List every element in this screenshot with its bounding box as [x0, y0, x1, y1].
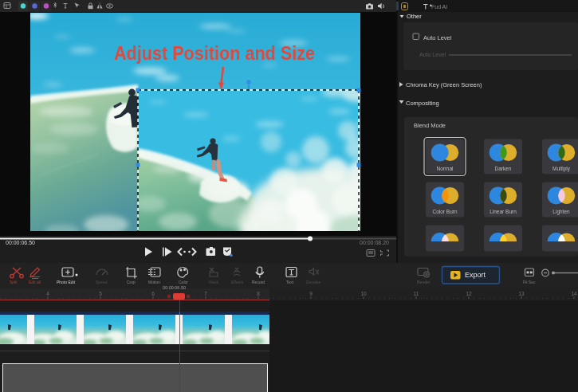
- svg-text:5: 5: [99, 291, 102, 296]
- svg-text:9: 9: [309, 291, 313, 296]
- svg-text:Multiply: Multiply: [552, 166, 571, 172]
- svg-text:4: 4: [46, 291, 49, 296]
- svg-text:Linear Burn: Linear Burn: [490, 209, 517, 214]
- svg-text:11: 11: [414, 291, 419, 296]
- svg-text:Normal: Normal: [437, 166, 454, 171]
- svg-text:Lighten: Lighten: [552, 209, 570, 215]
- svg-text:6: 6: [151, 291, 155, 296]
- svg-text:12: 12: [466, 291, 472, 296]
- svg-text:Color Burn: Color Burn: [432, 209, 457, 214]
- svg-text:14: 14: [571, 291, 577, 296]
- svg-text:10: 10: [360, 291, 367, 296]
- svg-text:7: 7: [204, 291, 207, 296]
- svg-text:Darken: Darken: [495, 166, 512, 171]
- svg-text:8: 8: [257, 291, 260, 296]
- svg-text:13: 13: [518, 291, 525, 296]
